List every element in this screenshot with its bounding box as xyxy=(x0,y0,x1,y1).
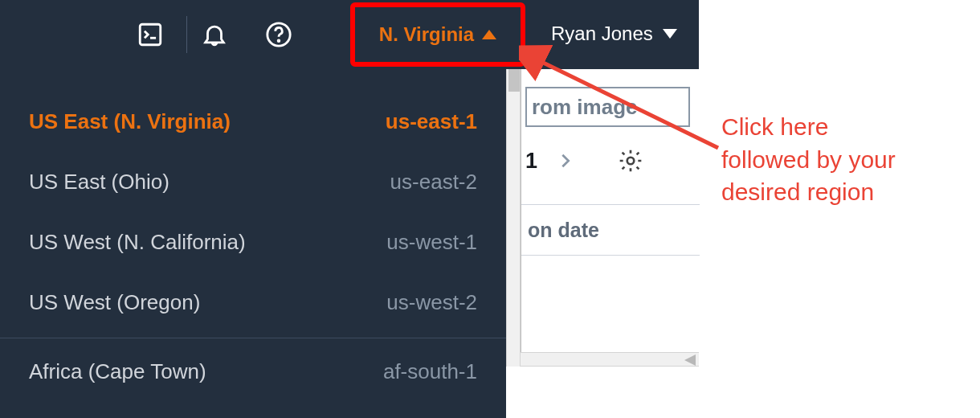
region-separator xyxy=(0,338,506,338)
content-panel: rom image 1 on date xyxy=(521,69,699,367)
account-menu-label: Ryan Jones xyxy=(551,23,653,45)
svg-point-3 xyxy=(627,158,635,165)
caret-down-icon xyxy=(663,29,677,39)
chevron-right-icon[interactable] xyxy=(557,150,574,171)
annotation-line: followed by your xyxy=(721,144,896,177)
region-name: US East (N. Virginia) xyxy=(29,109,231,134)
region-selector-label: N. Virginia xyxy=(379,23,474,46)
region-selector[interactable]: N. Virginia xyxy=(350,2,525,67)
from-image-button[interactable]: rom image xyxy=(525,87,690,127)
gear-icon[interactable] xyxy=(618,148,643,174)
vertical-scrollbar[interactable] xyxy=(506,69,521,367)
svg-rect-0 xyxy=(140,24,161,45)
topbar-icon-group xyxy=(137,21,292,48)
region-id: us-west-2 xyxy=(386,290,477,315)
annotation-line: Click here xyxy=(721,111,896,144)
pagination: 1 xyxy=(525,148,690,174)
notifications-icon[interactable] xyxy=(201,21,228,48)
column-header-fragment: on date xyxy=(528,219,599,242)
region-id: af-south-1 xyxy=(383,359,477,384)
region-item-us-east-2[interactable]: US East (Ohio) us-east-2 xyxy=(0,152,506,212)
page-number: 1 xyxy=(525,149,537,174)
region-name: US East (Ohio) xyxy=(29,170,169,195)
region-name: US West (N. California) xyxy=(29,230,246,255)
topbar-divider xyxy=(186,16,187,53)
region-name: US West (Oregon) xyxy=(29,290,200,315)
account-menu[interactable]: Ryan Jones xyxy=(551,10,677,58)
region-id: us-east-2 xyxy=(390,170,477,195)
region-dropdown: US East (N. Virginia) us-east-1 US East … xyxy=(0,69,506,418)
from-image-button-label: rom image xyxy=(532,95,638,120)
scrollbar-thumb[interactable] xyxy=(508,69,520,92)
region-item-us-west-2[interactable]: US West (Oregon) us-west-2 xyxy=(0,273,506,333)
region-item-af-south-1[interactable]: Africa (Cape Town) af-south-1 xyxy=(0,342,506,402)
region-name: Africa (Cape Town) xyxy=(29,359,206,384)
region-item-us-west-1[interactable]: US West (N. California) us-west-1 xyxy=(0,212,506,273)
caret-up-icon xyxy=(482,30,496,39)
annotation-line: desired region xyxy=(721,176,896,209)
top-nav-bar: N. Virginia Ryan Jones xyxy=(0,0,699,69)
scrollbar-thumb[interactable] xyxy=(684,354,696,366)
region-item-us-east-1[interactable]: US East (N. Virginia) us-east-1 xyxy=(0,92,506,152)
svg-point-2 xyxy=(278,40,280,42)
region-id: us-west-1 xyxy=(386,230,477,255)
column-header-row: on date xyxy=(521,204,700,256)
region-id: us-east-1 xyxy=(386,109,477,134)
cloudshell-icon[interactable] xyxy=(137,21,164,48)
horizontal-scrollbar[interactable] xyxy=(521,352,699,367)
annotation-text: Click here followed by your desired regi… xyxy=(721,111,896,209)
help-icon[interactable] xyxy=(265,21,292,48)
